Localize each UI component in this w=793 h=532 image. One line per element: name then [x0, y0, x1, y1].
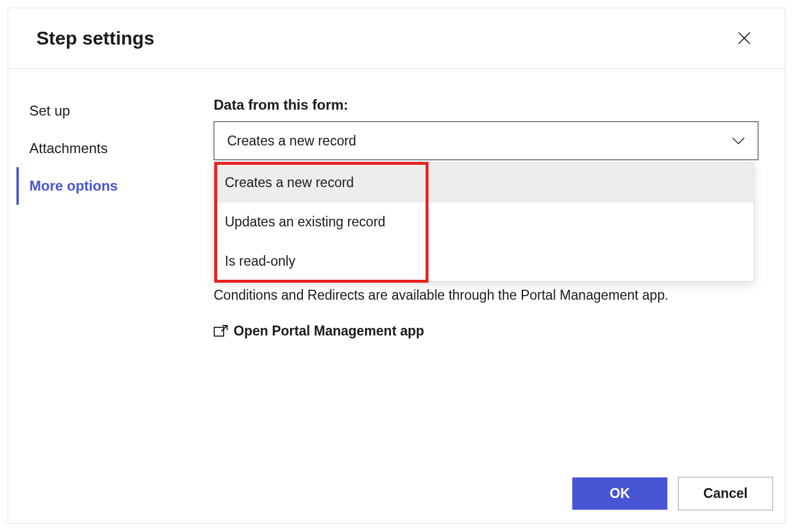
dialog-header: Step settings — [8, 8, 785, 69]
cancel-button[interactable]: Cancel — [678, 477, 773, 510]
dialog-body: Set up Attachments More options Data fro… — [8, 69, 785, 464]
dropdown-selected-value: Creates a new record — [227, 133, 356, 149]
close-icon — [737, 31, 752, 46]
sidebar-item-more-options[interactable]: More options — [16, 167, 214, 205]
sidebar-item-setup[interactable]: Set up — [8, 92, 214, 130]
dialog-footer: OK Cancel — [8, 464, 785, 523]
step-settings-dialog: Step settings Set up Attachments More op… — [8, 8, 785, 524]
svg-rect-2 — [214, 327, 224, 336]
help-text: Conditions and Redirects are available t… — [214, 285, 759, 306]
dropdown-option-update[interactable]: Updates an existing record — [214, 202, 754, 242]
dropdown-menu: Creates a new record Updates an existing… — [214, 162, 754, 282]
svg-line-3 — [221, 326, 227, 331]
open-external-icon — [214, 325, 228, 337]
sidebar-item-attachments[interactable]: Attachments — [8, 130, 214, 167]
dropdown-option-create[interactable]: Creates a new record — [214, 163, 754, 202]
portal-management-link[interactable]: Open Portal Management app — [214, 323, 759, 339]
sidebar: Set up Attachments More options — [8, 69, 214, 464]
ok-button[interactable]: OK — [572, 477, 667, 510]
dropdown-option-readonly[interactable]: Is read-only — [214, 242, 754, 281]
field-label: Data from this form: — [214, 97, 759, 113]
main-content: Data from this form: Creates a new recor… — [214, 69, 785, 464]
chevron-down-icon — [732, 137, 745, 145]
close-button[interactable] — [732, 26, 757, 50]
portal-link-label: Open Portal Management app — [234, 323, 424, 339]
dialog-title: Step settings — [36, 28, 154, 49]
data-form-dropdown[interactable]: Creates a new record — [214, 121, 758, 160]
